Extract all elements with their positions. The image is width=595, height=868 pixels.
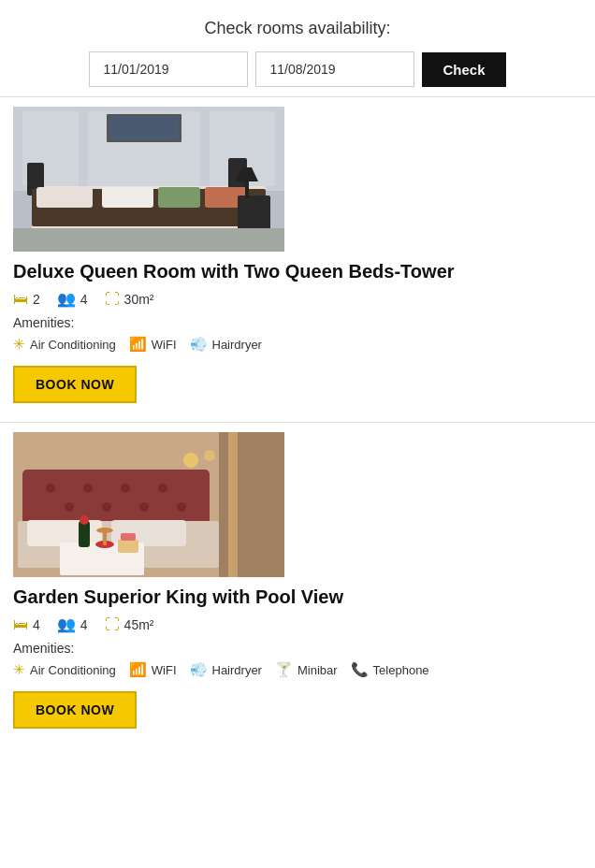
- amenity-1-wifi: 📶 WiFI: [129, 336, 177, 353]
- room-2-guests: 👥 4: [57, 615, 88, 633]
- svg-rect-12: [102, 187, 153, 208]
- minibar-icon-2: 🍸: [275, 661, 293, 678]
- svg-point-29: [139, 502, 149, 512]
- svg-point-27: [65, 502, 74, 512]
- wifi-icon-2: 📶: [129, 661, 147, 678]
- amenity-label-minibar-2: Minibar: [298, 663, 338, 677]
- svg-rect-11: [36, 187, 93, 208]
- availability-header: Check rooms availability: Check: [0, 0, 595, 96]
- amenity-2-wifi: 📶 WiFI: [129, 661, 177, 678]
- size-icon-1: ⛶: [105, 291, 120, 308]
- amenity-1-hairdryer: 💨 Hairdryer: [190, 336, 262, 353]
- room-1-amenities-label: Amenities:: [13, 315, 582, 330]
- room-image-svg-1: [13, 107, 284, 252]
- svg-rect-41: [118, 540, 138, 553]
- svg-rect-13: [158, 187, 200, 208]
- amenity-2-minibar: 🍸 Minibar: [275, 661, 338, 678]
- room-1-amenities: ✳ Air Conditioning 📶 WiFI 💨 Hairdryer: [13, 336, 582, 353]
- bed-icon-1: 🛏: [13, 291, 28, 308]
- hairdryer-icon-2: 💨: [190, 661, 208, 678]
- amenity-label-hairdryer-1: Hairdryer: [212, 338, 262, 352]
- header-title: Check rooms availability:: [9, 19, 586, 38]
- amenity-label-ac-2: Air Conditioning: [30, 663, 116, 677]
- date-row: Check: [9, 51, 586, 87]
- room-image-svg-2: [13, 432, 284, 577]
- hairdryer-icon-1: 💨: [190, 336, 208, 353]
- room-2-meta: 🛏 4 👥 4 ⛶ 45m²: [13, 615, 582, 633]
- room-2-title: Garden Superior King with Pool View: [13, 586, 582, 608]
- checkin-input[interactable]: [89, 51, 248, 87]
- size-icon-2: ⛶: [105, 616, 120, 633]
- amenity-2-telephone: 📞 Telephone: [351, 661, 429, 678]
- ac-icon-2: ✳: [13, 661, 25, 678]
- amenity-2-ac: ✳ Air Conditioning: [13, 661, 116, 678]
- room-2-beds: 🛏 4: [13, 616, 40, 633]
- svg-point-28: [102, 502, 111, 512]
- telephone-icon-2: 📞: [351, 661, 369, 678]
- room-2-size: ⛶ 45m²: [105, 616, 154, 633]
- book-button-1[interactable]: BOOK NOW: [13, 366, 137, 403]
- bed-icon-2: 🛏: [13, 616, 28, 633]
- amenity-label-wifi-2: WiFI: [152, 663, 177, 677]
- svg-point-44: [204, 450, 215, 461]
- room-1-size: ⛶ 30m²: [105, 291, 154, 308]
- book-button-2[interactable]: BOOK NOW: [13, 691, 137, 729]
- amenity-label-wifi-1: WiFI: [152, 338, 177, 352]
- room-card-2: Garden Superior King with Pool View 🛏 4 …: [0, 423, 595, 747]
- svg-rect-35: [79, 521, 90, 547]
- checkout-input[interactable]: [255, 51, 414, 87]
- svg-rect-32: [27, 520, 102, 546]
- ac-icon-1: ✳: [13, 336, 25, 353]
- svg-rect-22: [22, 470, 210, 526]
- room-1-beds: 🛏 2: [13, 291, 40, 308]
- svg-rect-21: [228, 432, 238, 577]
- room-image-1: [13, 107, 284, 252]
- room-image-2: [13, 432, 284, 577]
- svg-rect-18: [13, 228, 284, 252]
- guests-icon-1: 👥: [57, 290, 76, 308]
- svg-rect-42: [121, 533, 136, 541]
- guests-icon-2: 👥: [57, 615, 76, 633]
- svg-rect-6: [109, 116, 179, 140]
- svg-point-40: [96, 528, 113, 533]
- amenity-label-telephone-2: Telephone: [373, 663, 429, 677]
- room-1-title: Deluxe Queen Room with Two Queen Beds-To…: [13, 261, 582, 282]
- amenity-label-ac-1: Air Conditioning: [30, 338, 116, 352]
- room-1-guests: 👥 4: [57, 290, 88, 308]
- svg-point-37: [80, 515, 89, 525]
- svg-rect-16: [245, 181, 249, 198]
- amenity-1-ac: ✳ Air Conditioning: [13, 336, 116, 353]
- amenity-label-hairdryer-2: Hairdryer: [212, 663, 262, 677]
- room-2-amenities-label: Amenities:: [13, 641, 582, 656]
- wifi-icon-1: 📶: [129, 336, 147, 353]
- room-1-meta: 🛏 2 👥 4 ⛶ 30m²: [13, 290, 582, 308]
- svg-point-26: [158, 484, 167, 493]
- svg-point-43: [183, 453, 198, 468]
- svg-point-23: [46, 484, 55, 493]
- svg-point-24: [83, 484, 93, 493]
- amenity-2-hairdryer: 💨 Hairdryer: [190, 661, 262, 678]
- check-button[interactable]: Check: [422, 52, 505, 87]
- room-2-amenities: ✳ Air Conditioning 📶 WiFI 💨 Hairdryer 🍸 …: [13, 661, 582, 678]
- svg-point-25: [121, 484, 130, 493]
- room-card-1: Deluxe Queen Room with Two Queen Beds-To…: [0, 97, 595, 422]
- svg-point-30: [177, 502, 186, 512]
